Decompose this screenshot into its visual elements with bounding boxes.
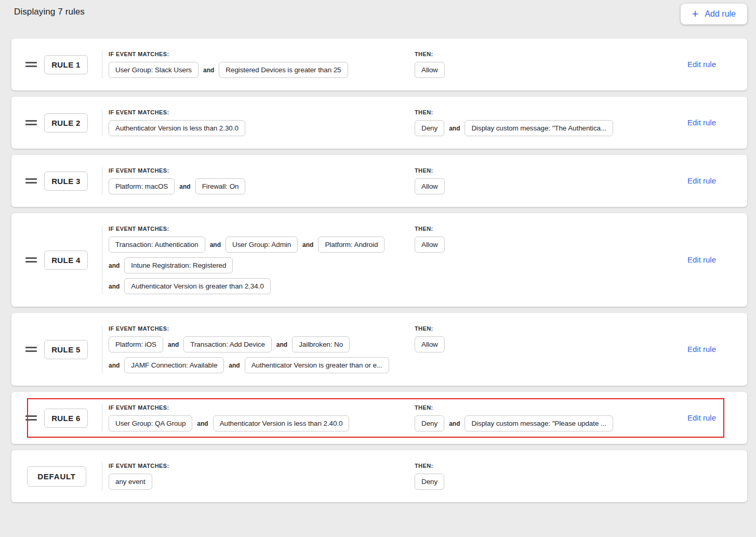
add-rule-label: Add rule — [705, 9, 736, 19]
drag-handle-line — [25, 350, 37, 352]
edit-rule-link[interactable]: Edit rule — [687, 176, 716, 185]
and-connector: and — [179, 183, 190, 190]
action-chip-row: DenyandDisplay custom message: "The Auth… — [415, 120, 654, 136]
then-column: THEN:Allow — [415, 226, 654, 294]
condition-chip: Jailbroken: No — [292, 336, 350, 352]
rule-name-chip: RULE 3 — [44, 172, 88, 191]
action-chip-row: Allow — [415, 237, 654, 253]
condition-chip-row: andJAMF Connection: AvailableandAuthenti… — [109, 357, 415, 373]
action-chip-row: DenyandDisplay custom message: "Please u… — [415, 415, 654, 431]
action-chip-row: Allow — [415, 62, 654, 78]
drag-handle-icon[interactable] — [25, 62, 37, 67]
condition-chip: JAMF Connection: Available — [124, 357, 224, 373]
edit-column: Edit rule — [654, 176, 716, 186]
and-connector: and — [302, 241, 313, 248]
condition-chip: User Group: Slack Users — [109, 62, 198, 78]
edit-rule-link[interactable]: Edit rule — [687, 345, 716, 353]
drag-handle-icon[interactable] — [25, 415, 37, 421]
action-chip-row: Allow — [415, 336, 654, 352]
rule-name-chip: RULE 1 — [44, 55, 88, 74]
conditions-column: IF EVENT MATCHES:Transaction: Authentica… — [102, 226, 415, 294]
rule-card: RULE 6IF EVENT MATCHES:User Group: QA Gr… — [11, 392, 747, 444]
edit-rule-link[interactable]: Edit rule — [687, 413, 716, 422]
action-chip: Allow — [415, 336, 445, 352]
edit-column: Edit rule — [654, 255, 716, 265]
rules-list: RULE 1IF EVENT MATCHES:User Group: Slack… — [11, 38, 747, 502]
then-label: THEN: — [415, 109, 654, 115]
rule-row: RULE 3IF EVENT MATCHES:Platform: macOSan… — [11, 155, 747, 207]
rule-left-column: RULE 2 — [11, 113, 102, 133]
drag-handle-icon[interactable] — [25, 347, 37, 352]
condition-chip: any event — [109, 474, 152, 490]
condition-chip-row: andAuthenticator Version is greater than… — [109, 278, 415, 294]
then-label: THEN: — [415, 325, 654, 332]
edit-rule-link[interactable]: Edit rule — [687, 118, 716, 127]
action-chip: Display custom message: "Please update .… — [465, 415, 613, 431]
action-chip: Allow — [415, 62, 445, 78]
rule-card: RULE 3IF EVENT MATCHES:Platform: macOSan… — [11, 155, 747, 207]
and-connector: and — [449, 125, 460, 132]
if-event-matches-label: IF EVENT MATCHES: — [109, 51, 415, 57]
condition-chip: Authenticator Version is greater than 2.… — [124, 278, 270, 294]
if-event-matches-label: IF EVENT MATCHES: — [109, 463, 415, 469]
then-column: THEN:Allow — [415, 325, 654, 373]
rule-name-chip: RULE 4 — [44, 251, 88, 270]
rule-card: DEFAULTIF EVENT MATCHES:any eventTHEN:De… — [11, 450, 747, 502]
and-connector: and — [210, 241, 221, 248]
rule-name-chip: RULE 6 — [44, 409, 88, 428]
rule-name-chip: RULE 2 — [44, 113, 88, 133]
condition-chip: Authenticator Version is greater than or… — [245, 357, 389, 373]
edit-column: Edit rule — [654, 345, 716, 354]
topbar: Displaying 7 rules + Add rule — [11, 0, 747, 25]
condition-chip: Platform: iOS — [109, 336, 163, 352]
rule-row: RULE 5IF EVENT MATCHES:Platform: iOSandT… — [11, 313, 747, 386]
drag-handle-line — [25, 182, 37, 184]
if-event-matches-label: IF EVENT MATCHES: — [109, 109, 415, 115]
add-rule-button[interactable]: + Add rule — [681, 4, 747, 24]
drag-handle-icon[interactable] — [25, 178, 37, 184]
drag-handle-icon[interactable] — [25, 120, 37, 125]
then-column: THEN:Deny — [415, 463, 654, 490]
drag-handle-line — [25, 347, 37, 348]
rule-left-column: RULE 6 — [11, 409, 102, 428]
rule-card: RULE 5IF EVENT MATCHES:Platform: iOSandT… — [11, 313, 747, 386]
condition-chip: Platform: macOS — [109, 178, 175, 194]
conditions-column: IF EVENT MATCHES:Platform: iOSandTransac… — [102, 325, 415, 373]
rules-panel: Displaying 7 rules + Add rule RULE 1IF E… — [0, 0, 756, 502]
action-chip: Deny — [415, 474, 444, 490]
conditions-column: IF EVENT MATCHES:Platform: macOSandFirew… — [102, 167, 415, 194]
then-column: THEN:Allow — [415, 51, 654, 78]
drag-handle-line — [25, 178, 37, 180]
rule-row: RULE 2IF EVENT MATCHES:Authenticator Ver… — [11, 97, 747, 149]
drag-handle-line — [25, 257, 37, 259]
rule-row: DEFAULTIF EVENT MATCHES:any eventTHEN:De… — [11, 450, 747, 502]
then-column: THEN:DenyandDisplay custom message: "Ple… — [415, 404, 654, 431]
rule-name-chip: RULE 5 — [44, 340, 88, 359]
action-chip: Deny — [415, 120, 444, 136]
conditions-column: IF EVENT MATCHES:User Group: QA Groupand… — [102, 404, 415, 431]
page-title: Displaying 7 rules — [11, 4, 85, 17]
and-connector: and — [109, 262, 120, 269]
condition-chip: Authenticator Version is less than 2.30.… — [109, 120, 245, 136]
action-chip: Allow — [415, 178, 445, 194]
edit-rule-link[interactable]: Edit rule — [687, 60, 716, 69]
then-label: THEN: — [415, 167, 654, 174]
condition-chip-row: andIntune Registration: Registered — [109, 257, 415, 273]
drag-handle-line — [25, 415, 37, 417]
conditions-column: IF EVENT MATCHES:User Group: Slack Users… — [102, 51, 415, 78]
edit-rule-link[interactable]: Edit rule — [687, 255, 716, 264]
drag-handle-line — [25, 124, 37, 125]
condition-chip: Registered Devices is greater than 25 — [219, 62, 348, 78]
condition-chip: Platform: Android — [318, 237, 384, 253]
rule-name-chip: DEFAULT — [27, 466, 86, 487]
rule-card: RULE 2IF EVENT MATCHES:Authenticator Ver… — [11, 97, 747, 149]
drag-handle-line — [25, 261, 37, 263]
rule-left-column: RULE 5 — [11, 340, 102, 359]
if-event-matches-label: IF EVENT MATCHES: — [109, 325, 415, 332]
rule-left-column: RULE 3 — [11, 172, 102, 191]
then-label: THEN: — [415, 404, 654, 411]
rule-left-column: RULE 1 — [11, 55, 102, 74]
drag-handle-icon[interactable] — [25, 257, 37, 263]
action-chip: Deny — [415, 415, 444, 431]
drag-handle-line — [25, 419, 37, 421]
